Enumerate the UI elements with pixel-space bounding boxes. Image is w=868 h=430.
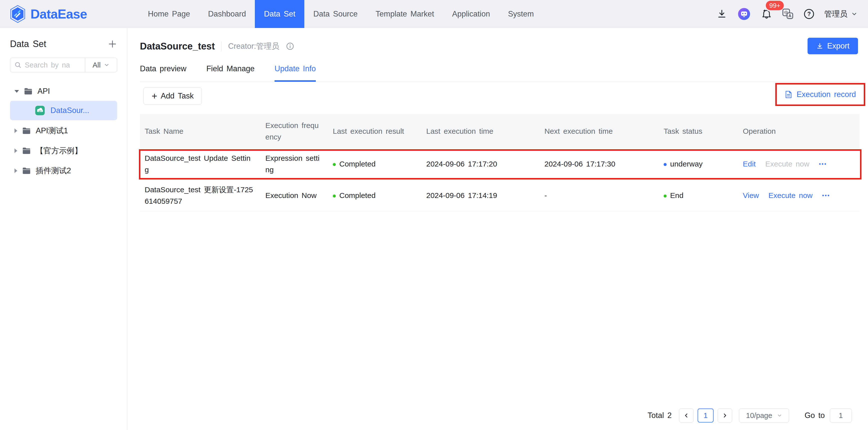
help-icon[interactable]: ? xyxy=(803,8,815,20)
brand-logo[interactable]: DataEase xyxy=(0,5,127,23)
add-task-button[interactable]: + Add Task xyxy=(144,87,202,105)
nav-item-application[interactable]: Application xyxy=(443,0,499,28)
tree-folder-label: API xyxy=(37,87,50,96)
top-navbar: DataEase Home Page Dashboard Data Set Da… xyxy=(0,0,868,28)
tree-item-datasource-selected[interactable]: API DataSour... xyxy=(10,101,117,120)
col-execution-frequency: Execution frequency xyxy=(260,120,328,143)
goto-page-input[interactable] xyxy=(830,408,852,423)
language-translate-icon[interactable]: 中 A xyxy=(782,8,794,20)
nav-item-home-page[interactable]: Home Page xyxy=(139,0,199,28)
table-header-row: Task Name Execution frequency Last execu… xyxy=(140,114,860,148)
tree-folder-label: API测试1 xyxy=(36,125,68,136)
chevron-down-icon xyxy=(851,11,858,17)
info-icon[interactable] xyxy=(286,42,294,51)
tree-folder-api-test1[interactable]: API测试1 xyxy=(0,124,127,138)
task-table: Task Name Execution frequency Last execu… xyxy=(140,114,860,211)
caret-collapsed-icon[interactable] xyxy=(14,169,17,173)
more-actions-button[interactable]: ••• xyxy=(822,190,830,201)
caret-expanded-icon[interactable] xyxy=(14,90,19,93)
frequency-cell: Expression setting xyxy=(260,152,328,175)
tab-update-info[interactable]: Update Info xyxy=(275,64,316,82)
operation-cell: Edit Execute now ••• xyxy=(738,158,860,170)
dataset-sidebar: Data Set All API xyxy=(0,28,127,430)
dataease-logo-icon xyxy=(9,5,26,23)
page-size-select[interactable]: 10/page xyxy=(739,408,789,423)
last-result-cell: Completed xyxy=(328,190,422,201)
notifications-bell-icon[interactable]: 99+ xyxy=(761,8,772,20)
svg-text:A: A xyxy=(788,13,791,18)
tree-folder-api[interactable]: API xyxy=(0,84,127,98)
goto-label: Go to xyxy=(805,411,825,420)
export-download-icon xyxy=(816,42,824,50)
page-header: DataSource_test Creator:管理员 Export xyxy=(140,38,860,55)
next-page-button[interactable] xyxy=(718,408,732,423)
pagination: Total 2 1 10/page Go to xyxy=(648,408,852,423)
next-time-cell: - xyxy=(540,190,659,201)
table-row: DataSource_test 更新设置-1725614059757 Execu… xyxy=(140,180,860,211)
dataset-tabs: Data preview Field Manage Update Info xyxy=(140,64,860,82)
col-operation: Operation xyxy=(738,125,860,137)
sidebar-search: All xyxy=(10,58,117,72)
navbar-actions: 99+ 中 A ? 管理员 xyxy=(716,7,868,21)
edit-link[interactable]: Edit xyxy=(743,158,756,170)
caret-collapsed-icon[interactable] xyxy=(14,128,17,133)
execute-now-link[interactable]: Execute now xyxy=(768,190,812,201)
notification-badge: 99+ xyxy=(766,1,784,10)
plus-icon: + xyxy=(152,91,157,101)
col-task-name: Task Name xyxy=(140,125,260,137)
tab-field-manage[interactable]: Field Manage xyxy=(206,64,255,82)
nav-item-template-market[interactable]: Template Market xyxy=(367,0,443,28)
search-input[interactable] xyxy=(22,61,85,69)
pagination-total: Total 2 xyxy=(648,411,672,420)
nav-item-dashboard[interactable]: Dashboard xyxy=(199,0,255,28)
add-task-label: Add Task xyxy=(161,91,194,101)
tree-item-label: DataSour... xyxy=(51,106,89,115)
main-panel: DataSource_test Creator:管理员 Export Data … xyxy=(127,28,868,430)
view-link[interactable]: View xyxy=(743,190,759,201)
prev-page-button[interactable] xyxy=(679,408,693,423)
search-icon xyxy=(14,61,22,69)
page-size-value: 10/page xyxy=(746,411,772,420)
col-last-execution-result: Last execution result xyxy=(328,125,422,137)
execution-record-annotation-box: Execution record xyxy=(775,83,865,106)
svg-text:API: API xyxy=(38,110,41,112)
execute-now-link[interactable]: Execute now xyxy=(765,158,809,170)
update-info-toolbar: + Add Task Execution record xyxy=(140,87,860,112)
tree-folder-label: 插件测试2 xyxy=(36,166,71,176)
ai-assistant-icon[interactable] xyxy=(737,7,751,21)
filter-value: All xyxy=(92,61,100,69)
caret-collapsed-icon[interactable] xyxy=(14,148,17,153)
chevron-down-icon xyxy=(777,413,782,418)
task-name-cell: DataSource_test Update Setting xyxy=(140,152,260,175)
nav-item-data-set[interactable]: Data Set xyxy=(255,0,304,28)
page-title: DataSource_test xyxy=(140,41,215,52)
table-row: DataSource_test Update Setting Expressio… xyxy=(140,148,860,180)
tree-folder-plugin-test2[interactable]: 插件测试2 xyxy=(0,164,127,178)
next-time-cell: 2024-09-06 17:17:30 xyxy=(540,158,659,170)
more-actions-button[interactable]: ••• xyxy=(819,158,827,170)
user-name: 管理员 xyxy=(824,9,847,19)
add-dataset-button[interactable] xyxy=(108,39,117,49)
status-dot-green xyxy=(663,195,666,198)
execution-record-link[interactable]: Execution record xyxy=(797,90,856,99)
search-filter-select[interactable]: All xyxy=(85,58,117,72)
dataset-tree: API API DataSour... xyxy=(0,84,127,178)
nav-item-system[interactable]: System xyxy=(499,0,543,28)
tree-folder-official-examples[interactable]: 【官方示例】 xyxy=(0,144,127,158)
last-time-cell: 2024-09-06 17:17:20 xyxy=(422,158,540,170)
page-number-button[interactable]: 1 xyxy=(698,408,714,423)
task-status-cell: End xyxy=(659,190,738,201)
last-time-cell: 2024-09-06 17:14:19 xyxy=(422,190,540,201)
tab-data-preview[interactable]: Data preview xyxy=(140,64,186,82)
export-button[interactable]: Export xyxy=(808,38,858,54)
download-icon[interactable] xyxy=(716,8,727,20)
brand-name: DataEase xyxy=(30,6,87,22)
status-dot-green xyxy=(333,195,336,198)
creator-label: Creator:管理员 xyxy=(228,41,279,52)
api-dataset-icon: API xyxy=(35,106,45,115)
user-menu[interactable]: 管理员 xyxy=(824,9,858,19)
task-name-cell: DataSource_test 更新设置-1725614059757 xyxy=(140,184,260,207)
folder-icon xyxy=(22,147,31,154)
nav-item-data-source[interactable]: Data Source xyxy=(304,0,367,28)
last-result-cell: Completed xyxy=(328,158,422,170)
